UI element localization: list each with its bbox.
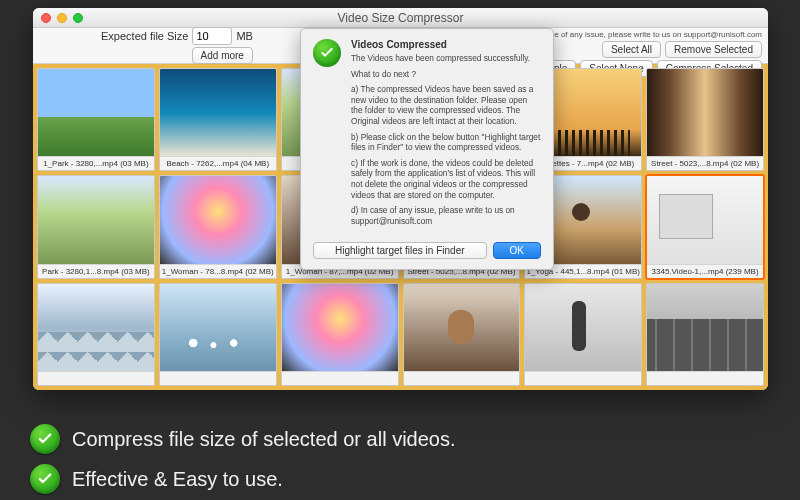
- thumbnail-image: [160, 284, 276, 371]
- highlight-in-finder-button[interactable]: Highlight target files in Finder: [313, 242, 487, 259]
- thumbnail-caption: Street - 5023,...8.mp4 (02 MB): [647, 156, 763, 170]
- add-more-button[interactable]: Add more: [192, 47, 253, 64]
- video-thumbnail[interactable]: 1_Park - 3280,...mp4 (03 MB): [37, 68, 155, 171]
- video-thumbnail[interactable]: Park - 3280,1...8.mp4 (03 MB): [37, 175, 155, 278]
- thumbnail-image: [282, 284, 398, 371]
- compression-complete-dialog: Videos Compressed The Videos have been c…: [300, 28, 554, 270]
- thumbnail-caption: [647, 371, 763, 385]
- check-icon: [30, 464, 60, 494]
- dialog-body-c: c) If the work is done, the videos could…: [351, 158, 541, 200]
- expected-size-label: Expected file Size: [101, 30, 188, 42]
- thumbnail-caption: Park - 3280,1...8.mp4 (03 MB): [38, 264, 154, 278]
- remove-selected-button[interactable]: Remove Selected: [665, 41, 762, 58]
- dialog-body-a: a) The compressed Videos have been saved…: [351, 84, 541, 126]
- titlebar: Video Size Compressor: [33, 8, 768, 28]
- thumbnail-image: [647, 284, 763, 371]
- thumbnail-caption: 3345.Video-1,...mp4 (239 MB): [647, 264, 763, 278]
- open-folder-button[interactable]: [39, 33, 65, 59]
- expected-size-input[interactable]: [192, 27, 232, 45]
- video-thumbnail[interactable]: [403, 283, 521, 386]
- video-thumbnail[interactable]: 1_Woman - 78...8.mp4 (02 MB): [159, 175, 277, 278]
- thumbnail-caption: Beach - 7262,...mp4 (04 MB): [160, 156, 276, 170]
- check-icon: [30, 424, 60, 454]
- thumbnail-image: [38, 176, 154, 263]
- thumbnail-image: [404, 284, 520, 371]
- video-thumbnail[interactable]: Street - 5023,...8.mp4 (02 MB): [646, 68, 764, 171]
- dialog-next-label: What to do next ?: [351, 69, 541, 80]
- select-all-button[interactable]: Select All: [602, 41, 661, 58]
- thumbnail-caption: [525, 371, 641, 385]
- video-thumbnail[interactable]: [37, 283, 155, 386]
- dialog-title: Videos Compressed: [351, 39, 541, 50]
- success-check-icon: [313, 39, 341, 67]
- thumbnail-image: [647, 69, 763, 156]
- video-thumbnail[interactable]: 3345.Video-1,...mp4 (239 MB): [646, 175, 764, 278]
- thumbnail-caption: [282, 371, 398, 385]
- thumbnail-image: [160, 69, 276, 156]
- video-thumbnail[interactable]: [646, 283, 764, 386]
- banner-line-1: Compress file size of selected or all vi…: [72, 428, 456, 451]
- video-thumbnail[interactable]: [524, 283, 642, 386]
- thumbnail-image: [38, 284, 154, 371]
- play-files-button[interactable]: [69, 33, 95, 59]
- thumbnail-caption: 1_Woman - 78...8.mp4 (02 MB): [160, 264, 276, 278]
- dialog-subtitle: The Videos have been compressed successf…: [351, 53, 541, 64]
- thumbnail-caption: [160, 371, 276, 385]
- dialog-body-b: b) Please click on the below button "Hig…: [351, 132, 541, 153]
- thumbnail-caption: 1_Park - 3280,...mp4 (03 MB): [38, 156, 154, 170]
- dialog-body-d: d) In case of any issue, please write to…: [351, 205, 541, 226]
- ok-button[interactable]: OK: [493, 242, 541, 259]
- thumbnail-image: [647, 176, 763, 263]
- support-text: In case of any issue, please write to us…: [533, 30, 762, 39]
- video-thumbnail[interactable]: [281, 283, 399, 386]
- promo-banner: Compress file size of selected or all vi…: [30, 424, 456, 494]
- thumbnail-image: [160, 176, 276, 263]
- video-thumbnail[interactable]: Beach - 7262,...mp4 (04 MB): [159, 68, 277, 171]
- video-thumbnail[interactable]: [159, 283, 277, 386]
- thumbnail-image: [38, 69, 154, 156]
- expected-size-unit: MB: [236, 30, 253, 42]
- banner-line-2: Effective & Easy to use.: [72, 468, 283, 491]
- thumbnail-caption: [38, 371, 154, 385]
- window-title: Video Size Compressor: [33, 11, 768, 25]
- thumbnail-caption: [404, 371, 520, 385]
- thumbnail-image: [525, 284, 641, 371]
